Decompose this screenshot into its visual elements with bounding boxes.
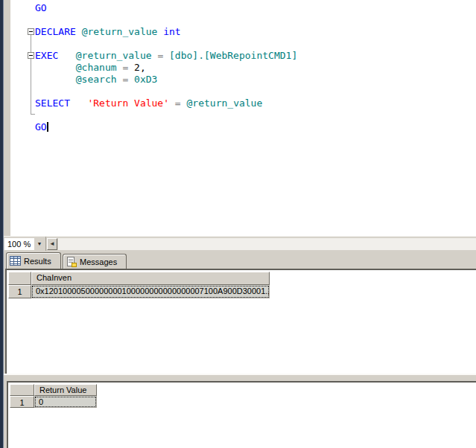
editor-fold-margin xyxy=(4,0,10,236)
data-cell[interactable]: 0x12010000500000000100000000000000007100… xyxy=(31,285,270,298)
grid-corner-cell[interactable] xyxy=(10,384,34,396)
zoom-level-value: 100 % xyxy=(7,240,31,249)
column-header[interactable]: Return Value xyxy=(34,384,97,396)
sql-code: GODECLARE @return_value intEXEC @return_… xyxy=(35,2,297,133)
editor-status-row: 100 % ▼ ◄ xyxy=(3,236,476,251)
row-number-cell[interactable]: 1 xyxy=(8,285,31,298)
ssms-query-window: GODECLARE @return_value intEXEC @return_… xyxy=(0,0,476,448)
tab-label: Messages xyxy=(80,257,117,266)
grid-corner-cell[interactable] xyxy=(8,272,31,285)
code-line xyxy=(35,109,297,121)
code-line xyxy=(35,38,297,50)
tab-label: Results xyxy=(24,257,51,266)
code-line: @search = 0xD3 xyxy=(35,74,297,86)
code-line: SELECT 'Return Value' = @return_value xyxy=(35,97,297,109)
tab-messages[interactable]: Messages xyxy=(63,254,127,269)
grid-splitter[interactable] xyxy=(3,374,476,381)
code-line: GO xyxy=(35,121,297,133)
sql-editor[interactable]: GODECLARE @return_value intEXEC @return_… xyxy=(0,0,476,236)
code-line xyxy=(35,86,297,97)
code-line: EXEC @return_value = [dbo].[WebRepointCM… xyxy=(35,50,297,62)
fold-collapse-icon[interactable] xyxy=(28,52,34,59)
fold-connector-line xyxy=(31,59,35,115)
divider xyxy=(45,237,46,251)
results-grid-icon xyxy=(10,256,21,266)
text-caret xyxy=(47,122,48,132)
results-tabstrip: Results Messages xyxy=(3,251,476,269)
dock-edge xyxy=(0,0,4,448)
column-header[interactable]: ChaInven xyxy=(31,272,270,285)
fold-collapse-icon[interactable] xyxy=(28,28,34,35)
code-line: @chanum = 2, xyxy=(35,62,297,74)
zoom-level-select[interactable]: 100 % xyxy=(4,238,34,250)
fold-connector-line xyxy=(31,35,35,52)
table-row: 10 xyxy=(10,396,476,408)
tab-results[interactable]: Results xyxy=(6,252,61,269)
horizontal-scrollbar[interactable] xyxy=(58,238,476,250)
table-row: 10x1201000050000000010000000000000000710… xyxy=(8,285,476,298)
scroll-left-button[interactable]: ◄ xyxy=(47,238,57,250)
row-number-cell[interactable]: 1 xyxy=(10,396,34,408)
code-line: DECLARE @return_value int xyxy=(35,26,297,38)
code-line: GO xyxy=(35,2,297,14)
return-value-grid-panel: Return Value10 xyxy=(7,381,476,448)
code-line xyxy=(35,14,297,26)
messages-doc-icon xyxy=(66,257,77,267)
chevron-down-icon[interactable]: ▼ xyxy=(34,238,45,250)
data-cell[interactable]: 0 xyxy=(34,396,97,408)
results-grid-panel: ChaInven10x12010000500000000100000000000… xyxy=(5,269,476,374)
